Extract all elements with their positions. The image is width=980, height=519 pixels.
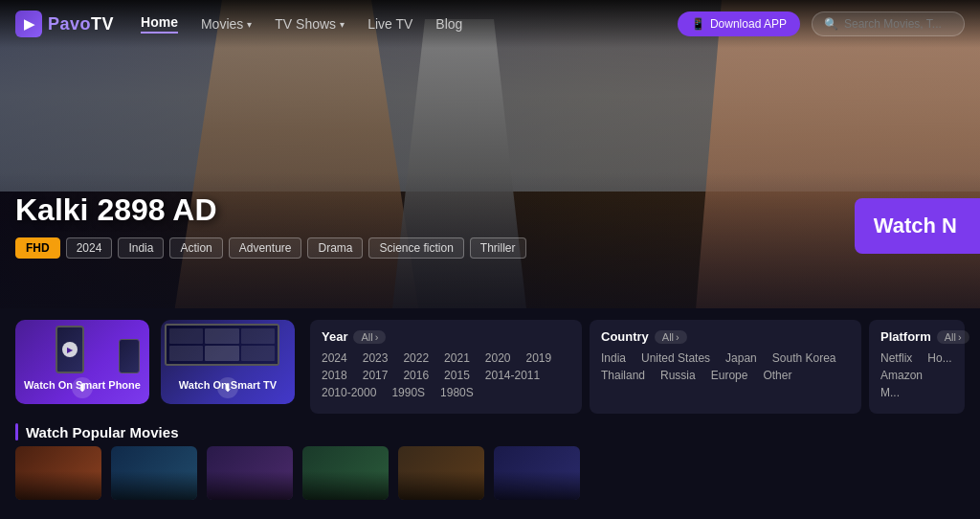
platform-amazon[interactable]: Amazon	[880, 369, 923, 382]
country-south-korea[interactable]: South Korea	[772, 351, 836, 365]
year-2021[interactable]: 2021	[444, 351, 470, 365]
country-russia[interactable]: Russia	[660, 369, 696, 382]
country-filter-panel: Country All › India United States Japan …	[590, 320, 861, 414]
year-2019[interactable]: 2019	[526, 351, 552, 365]
movie-thumb-3[interactable]	[207, 446, 293, 500]
nav-blog[interactable]: Blog	[435, 16, 462, 32]
year-2017[interactable]: 2017	[363, 369, 389, 382]
movie-thumb-4[interactable]	[302, 446, 389, 500]
quality-badge: FHD	[15, 237, 60, 259]
watch-now-button[interactable]: Watch N	[855, 198, 980, 254]
platform-filter-header: Platform All ›	[880, 329, 953, 344]
year-1980s[interactable]: 1980S	[440, 386, 474, 399]
platform-m[interactable]: M...	[880, 386, 900, 399]
movie-thumb-6[interactable]	[494, 446, 580, 500]
watch-popular-row: Watch Popular Movies	[0, 414, 980, 446]
watch-smarttv-card[interactable]: ⬇ Watch On Smart TV	[161, 320, 295, 404]
nav-livetv[interactable]: Live TV	[368, 16, 412, 32]
year-filter-title: Year	[322, 329, 347, 344]
movie-thumb-2[interactable]	[111, 446, 197, 500]
year-filter-panel: Year All › 2024 2023 2022 2021 2020 2019…	[310, 320, 582, 414]
search-icon: 🔍	[824, 17, 838, 31]
platform-filter-title: Platform	[880, 329, 931, 344]
movie-thumb-5[interactable]	[398, 446, 484, 500]
country-tag: India	[118, 237, 164, 259]
chevron-icon: ▾	[340, 19, 345, 30]
filter-panels: Year All › 2024 2023 2022 2021 2020 2019…	[310, 320, 965, 414]
nav-home[interactable]: Home	[141, 14, 178, 34]
watch-popular-title: Watch Popular Movies	[26, 424, 178, 440]
movie-thumb-1[interactable]	[15, 446, 101, 500]
year-all-button[interactable]: All ›	[353, 330, 386, 344]
movie-thumbnails	[0, 446, 980, 500]
country-filter-title: Country	[601, 329, 649, 344]
tv-mockup	[165, 324, 279, 366]
tv-mockup-area	[161, 320, 295, 370]
genre-action-tag: Action	[169, 237, 222, 259]
year-2010-2000[interactable]: 2010-2000	[322, 386, 376, 399]
smartphone-label: Watch On Smart Phone	[15, 379, 149, 391]
year-2020[interactable]: 2020	[485, 351, 511, 365]
phone-mockup-area: ▶	[15, 320, 149, 372]
smarttv-label: Watch On Smart TV	[161, 379, 295, 391]
search-box: 🔍	[812, 11, 965, 36]
movie-title: Kalki 2898 AD	[15, 192, 526, 228]
chevron-right-icon: ›	[676, 331, 679, 343]
country-filter-items: India United States Japan South Korea Th…	[601, 351, 850, 382]
year-2018[interactable]: 2018	[322, 369, 347, 382]
country-us[interactable]: United States	[641, 351, 710, 365]
play-icon: ▶	[62, 342, 78, 357]
country-europe[interactable]: Europe	[711, 369, 748, 382]
year-2023[interactable]: 2023	[363, 351, 389, 365]
smart-cards: ▶ ⬇ Watch On Smart Phone	[15, 320, 295, 414]
country-all-button[interactable]: All ›	[655, 330, 687, 344]
tag-row: FHD 2024 India Action Adventure Drama Sc…	[15, 237, 526, 259]
platform-filter-panel: Platform All › Netflix Ho... Amazon M...	[869, 320, 965, 414]
logo-text: PavoPavoTVTV	[48, 14, 114, 34]
nav-links: Home Movies ▾ TV Shows ▾ Live TV Blog	[141, 14, 678, 34]
search-input[interactable]	[844, 17, 959, 31]
chevron-right-icon: ›	[375, 331, 379, 343]
year-1990s[interactable]: 1990S	[391, 386, 425, 399]
genre-adventure-tag: Adventure	[229, 237, 302, 259]
year-filter-header: Year All ›	[322, 329, 570, 344]
nav-right: 📱 Download APP 🔍	[678, 11, 965, 36]
year-filter-items: 2024 2023 2022 2021 2020 2019 2018 2017 …	[322, 351, 570, 399]
mobile-icon: 📱	[691, 17, 705, 31]
genre-drama-tag: Drama	[307, 237, 363, 259]
platform-filter-items: Netflix Ho... Amazon M...	[880, 351, 953, 399]
navbar: ▶ PavoPavoTVTV Home Movies ▾ TV Shows ▾ …	[0, 0, 980, 48]
accent-bar	[15, 423, 18, 440]
country-filter-header: Country All ›	[601, 329, 850, 344]
genre-thriller-tag: Thriller	[470, 237, 526, 259]
logo-area[interactable]: ▶ PavoPavoTVTV	[15, 11, 114, 37]
logo-icon: ▶	[15, 11, 42, 37]
country-japan[interactable]: Japan	[725, 351, 757, 365]
bottom-section: ▶ ⬇ Watch On Smart Phone	[0, 308, 980, 519]
country-india[interactable]: India	[601, 351, 626, 365]
platform-ho[interactable]: Ho...	[927, 351, 951, 365]
genre-scifi-tag: Science fiction	[368, 237, 463, 259]
platform-all-button[interactable]: All ›	[937, 330, 969, 344]
year-2016[interactable]: 2016	[403, 369, 429, 382]
platform-netflix[interactable]: Netflix	[880, 351, 912, 365]
watch-smartphone-card[interactable]: ▶ ⬇ Watch On Smart Phone	[15, 320, 149, 404]
year-2022[interactable]: 2022	[403, 351, 429, 365]
cards-filter-row: ▶ ⬇ Watch On Smart Phone	[0, 308, 980, 414]
download-app-button[interactable]: 📱 Download APP	[678, 11, 800, 36]
chevron-right-icon: ›	[958, 331, 962, 343]
nav-movies[interactable]: Movies ▾	[201, 16, 252, 32]
year-tag: 2024	[66, 237, 113, 259]
country-thailand[interactable]: Thailand	[601, 369, 645, 382]
year-2015[interactable]: 2015	[444, 369, 470, 382]
phone-mockup: ▶	[56, 326, 84, 373]
year-2014-2011[interactable]: 2014-2011	[485, 369, 540, 382]
country-other[interactable]: Other	[763, 369, 791, 382]
hero-content: Kalki 2898 AD FHD 2024 India Action Adve…	[15, 192, 526, 259]
chevron-icon: ▾	[247, 19, 252, 30]
year-2024[interactable]: 2024	[322, 351, 347, 365]
nav-tvshows[interactable]: TV Shows ▾	[275, 16, 345, 32]
